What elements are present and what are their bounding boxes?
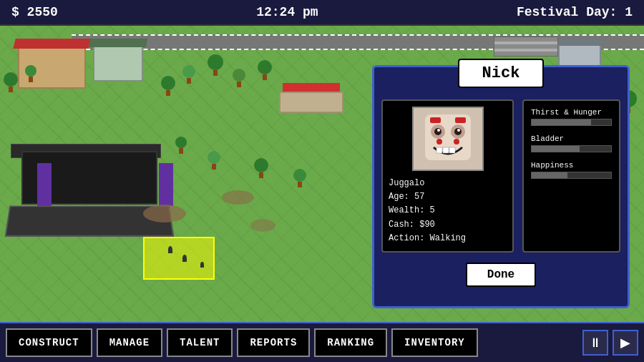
ranking-button[interactable]: RANKING	[314, 328, 387, 357]
happiness-bar-bg	[531, 172, 612, 179]
reports-button[interactable]: REPORTS	[237, 328, 310, 357]
thirst-hunger-bar-bg	[531, 119, 612, 126]
dirt-patch-3	[250, 219, 275, 232]
dirt-patch-1	[143, 205, 186, 222]
svg-rect-9	[449, 147, 455, 153]
play-button[interactable]: ▶	[613, 330, 638, 356]
character-3	[200, 262, 204, 268]
building-1-roof	[13, 39, 91, 49]
happiness-stat: Happiness	[531, 161, 612, 179]
dirt-patch-2	[222, 190, 254, 205]
stats-panel: Thirst & Hunger Bladder Happiness	[522, 99, 620, 253]
tree-1	[4, 72, 18, 92]
character-1	[168, 246, 172, 253]
thirst-hunger-stat: Thirst & Hunger	[531, 108, 612, 126]
char-type: Juggalo	[389, 177, 507, 190]
selected-tile	[143, 237, 215, 280]
thirst-hunger-label: Thirst & Hunger	[531, 108, 612, 117]
talent-button[interactable]: TALENT	[167, 328, 233, 357]
bladder-stat: Bladder	[531, 134, 612, 152]
svg-rect-13	[455, 117, 466, 123]
char-action: Action: Walking	[389, 232, 507, 245]
tree-4	[182, 65, 195, 84]
money-display: $ 2550	[11, 5, 58, 19]
tree-3	[161, 76, 175, 96]
bladder-bar-fill	[532, 146, 580, 152]
svg-point-5	[437, 129, 440, 132]
top-bar: $ 2550 12:24 pm Festival Day: 1	[0, 0, 644, 26]
svg-rect-7	[436, 147, 442, 153]
svg-point-6	[457, 129, 460, 132]
tree-mid-2	[208, 151, 220, 170]
character-avatar	[412, 107, 484, 171]
svg-rect-12	[430, 117, 441, 123]
thirst-hunger-bar-fill	[532, 119, 591, 125]
time-display: 12:24 pm	[256, 5, 318, 19]
manage-button[interactable]: MANAGE	[97, 328, 162, 357]
festival-day-display: Festival Day: 1	[517, 5, 633, 19]
red-building-body	[279, 92, 343, 113]
building-2-roof	[89, 39, 147, 47]
tree-5	[208, 54, 223, 76]
inventory-button[interactable]: INVENTORY	[391, 328, 478, 357]
character-info: Juggalo Age: 57 Wealth: 5 Cash: $90 Acti…	[389, 177, 507, 245]
char-age: Age: 57	[389, 190, 507, 204]
stage-right-curtain	[159, 163, 173, 206]
character-2	[182, 255, 187, 262]
stage-back	[21, 151, 157, 205]
construct-button[interactable]: CONSTRUCT	[6, 328, 92, 357]
building-tr-roof	[557, 39, 605, 46]
game-world[interactable]: Nick	[0, 26, 644, 322]
character-panel: Juggalo Age: 57 Wealth: 5 Cash: $90 Acti…	[381, 99, 514, 253]
bladder-label: Bladder	[531, 134, 612, 143]
svg-rect-8	[443, 147, 449, 153]
bottom-bar: CONSTRUCT MANAGE TALENT REPORTS RANKING …	[0, 322, 644, 362]
building-2	[93, 46, 143, 82]
tree-mid-3	[254, 158, 268, 178]
parking-area	[494, 36, 558, 57]
happiness-label: Happiness	[531, 161, 612, 170]
stage-structure	[7, 151, 165, 237]
char-wealth: Wealth: 5	[389, 204, 507, 217]
svg-point-10	[436, 139, 442, 145]
svg-point-11	[454, 139, 459, 145]
stage-left-curtain	[37, 163, 52, 206]
tree-2	[25, 65, 36, 82]
tree-6	[233, 69, 245, 87]
tree-mid-1	[175, 137, 187, 154]
done-button[interactable]: Done	[466, 263, 536, 287]
tree-7	[258, 60, 272, 80]
char-cash: Cash: $90	[389, 218, 507, 232]
popup-content: Juggalo Age: 57 Wealth: 5 Cash: $90 Acti…	[381, 99, 620, 253]
popup-title: Nick	[458, 59, 544, 88]
character-popup: Nick	[372, 65, 630, 308]
pause-button[interactable]: ⏸	[582, 330, 608, 356]
bladder-bar-bg	[531, 145, 612, 152]
happiness-bar-fill	[532, 172, 567, 178]
juggalo-face-svg	[419, 112, 477, 166]
tree-mid-4	[293, 169, 306, 187]
